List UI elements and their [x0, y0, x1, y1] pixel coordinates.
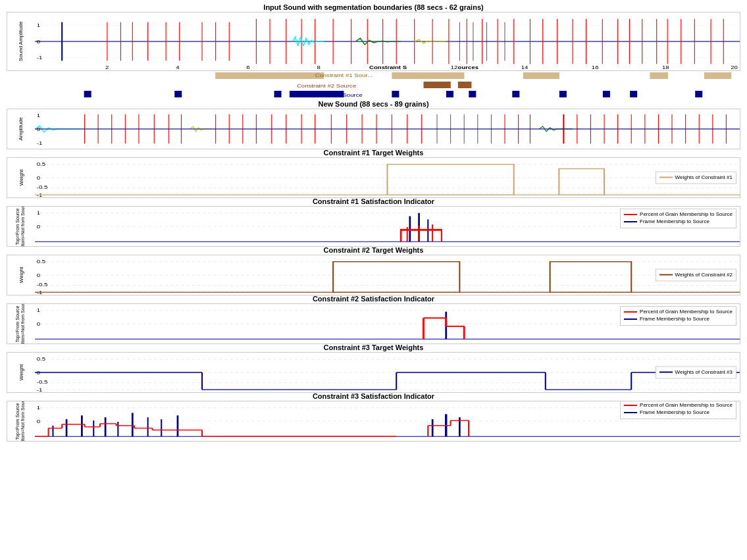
- c3-weights-svg: 0.5 0 -0.5 -1: [35, 353, 740, 392]
- input-sound-chart: Sound Amplitude 1 0 -1: [7, 12, 740, 71]
- svg-text:18: 18: [662, 64, 669, 70]
- svg-text:1: 1: [37, 113, 41, 118]
- svg-text:Constraint #3 Source: Constraint #3 Source: [303, 92, 363, 97]
- c1-weights-legend: Weights of Constraint #1: [656, 172, 736, 184]
- input-sound-ylabel: Sound Amplitude: [7, 13, 35, 70]
- svg-rect-64: [215, 72, 324, 79]
- svg-text:1: 1: [37, 405, 41, 410]
- svg-text:0: 0: [37, 224, 41, 229]
- svg-rect-82: [603, 91, 610, 97]
- input-sound-inner: 1 0 -1: [35, 13, 740, 70]
- svg-rect-173: [550, 262, 632, 292]
- input-sound-panel: Input Sound with segmentation boundaries…: [7, 3, 740, 99]
- svg-text:ources: ources: [458, 64, 479, 70]
- svg-text:6: 6: [246, 64, 250, 70]
- c1-satisfaction-panel: Constraint #1 Satisfaction Indicator Top…: [7, 197, 740, 245]
- svg-text:-1: -1: [37, 55, 43, 61]
- svg-text:0.5: 0.5: [37, 356, 46, 361]
- c3-weights-legend: Weights of Constraint #3: [656, 367, 736, 379]
- new-sound-title: New Sound (88 secs - 89 grains): [7, 100, 740, 108]
- svg-rect-73: [84, 91, 91, 97]
- svg-text:0.5: 0.5: [37, 161, 46, 166]
- c1-weights-svg: 0.5 0 -0.5 -1: [35, 158, 740, 197]
- c3-weights-panel: Constraint #3 Target Weights Weight 0.5 …: [7, 344, 740, 391]
- svg-rect-74: [174, 91, 182, 97]
- c1-weights-title: Constraint #1 Target Weights: [7, 149, 740, 157]
- svg-text:0: 0: [37, 272, 41, 278]
- svg-text:-1: -1: [37, 141, 43, 146]
- svg-rect-68: [704, 72, 731, 79]
- svg-text:1: 1: [37, 307, 41, 313]
- svg-text:2: 2: [105, 64, 109, 70]
- svg-text:0: 0: [37, 321, 41, 326]
- svg-text:-1: -1: [37, 388, 43, 392]
- svg-text:0.5: 0.5: [37, 259, 46, 264]
- svg-rect-79: [469, 91, 476, 97]
- svg-text:-0.5: -0.5: [37, 282, 48, 288]
- svg-text:Constraint S: Constraint S: [369, 64, 407, 70]
- svg-rect-66: [523, 72, 559, 79]
- svg-rect-78: [446, 91, 453, 97]
- c2-weights-title: Constraint #2 Target Weights: [7, 246, 740, 254]
- c3-satisfaction-title: Constraint #3 Satisfaction Indicator: [7, 392, 740, 400]
- c2-satisfaction-title: Constraint #2 Satisfaction Indicator: [7, 295, 740, 303]
- input-sound-title: Input Sound with segmentation boundaries…: [7, 3, 740, 11]
- svg-rect-84: [695, 91, 702, 97]
- svg-rect-67: [650, 72, 668, 79]
- svg-text:0: 0: [37, 419, 41, 424]
- input-sound-svg: 1 0 -1: [35, 13, 740, 70]
- constraint-sources-svg: Constraint #1 Sour... Constraint #2 Sour…: [34, 71, 740, 103]
- svg-rect-171: [333, 262, 459, 292]
- c1-weights-panel: Constraint #1 Target Weights Weight 0.5 …: [7, 149, 740, 196]
- svg-text:-0.5: -0.5: [37, 380, 48, 385]
- svg-rect-83: [630, 91, 637, 97]
- c2-weights-chart: Weight 0.5 0 -0.5 -1: [7, 255, 740, 295]
- svg-rect-77: [392, 91, 399, 97]
- svg-text:Constraint #2 Source: Constraint #2 Source: [297, 83, 357, 88]
- svg-rect-65: [392, 72, 464, 79]
- c1-satisfaction-title: Constraint #1 Satisfaction Indicator: [7, 197, 740, 205]
- c3-weights-title: Constraint #3 Target Weights: [7, 344, 740, 351]
- new-sound-panel: New Sound (88 secs - 89 grains) Amplitud…: [7, 100, 740, 147]
- main-container: Input Sound with segmentation boundaries…: [0, 0, 747, 560]
- c1-satisfaction-chart: Top=From SourceBottom=Not from Source 1 …: [7, 206, 740, 247]
- c1-weights-chart: Weight 0.5 0 -0.5 -1: [7, 157, 740, 198]
- c2-satisfaction-panel: Constraint #2 Satisfaction Indicator Top…: [7, 295, 740, 342]
- svg-rect-75: [274, 91, 282, 97]
- svg-text:8: 8: [317, 64, 321, 70]
- svg-rect-71: [458, 82, 472, 88]
- svg-text:1: 1: [37, 22, 41, 28]
- svg-text:16: 16: [592, 64, 599, 70]
- c3-satisfaction-panel: Constraint #3 Satisfaction Indicator Top…: [7, 392, 740, 440]
- svg-rect-144: [388, 165, 514, 195]
- new-sound-chart: Amplitude 1 0 -1: [7, 109, 740, 149]
- svg-text:4: 4: [176, 64, 180, 70]
- c2-satisfaction-chart: Top=From SourceBottom=Not from Source 1 …: [7, 303, 740, 344]
- svg-rect-70: [424, 82, 451, 88]
- svg-rect-81: [559, 91, 567, 97]
- c2-weights-svg: 0.5 0 -0.5 -1: [35, 255, 740, 295]
- c2-satisfaction-legend: Percent of Grain Membership to Source Fr…: [620, 306, 736, 326]
- svg-text:-0.5: -0.5: [37, 185, 48, 190]
- c3-satisfaction-legend: Percent of Grain Membership to Source Fr…: [620, 401, 736, 419]
- c3-weights-chart: Weight 0.5 0 -0.5 -1: [7, 352, 740, 393]
- svg-text:Constraint #1 Sour...: Constraint #1 Sour...: [315, 72, 373, 78]
- new-sound-svg: 1 0 -1: [35, 109, 740, 149]
- svg-rect-80: [512, 91, 519, 97]
- c3-satisfaction-chart: Top=From SourceBottom=Not from Source 1 …: [7, 401, 740, 442]
- svg-text:0: 0: [37, 175, 41, 180]
- svg-text:20: 20: [731, 64, 738, 70]
- svg-text:1: 1: [37, 210, 41, 215]
- c1-satisfaction-legend: Percent of Grain Membership to Source Fr…: [620, 209, 736, 228]
- c2-weights-legend: Weights of Constraint #2: [656, 269, 736, 282]
- svg-rect-146: [559, 168, 604, 195]
- svg-text:12: 12: [451, 64, 458, 70]
- svg-text:14: 14: [521, 64, 528, 70]
- c2-weights-panel: Constraint #2 Target Weights Weight 0.5 …: [7, 246, 740, 293]
